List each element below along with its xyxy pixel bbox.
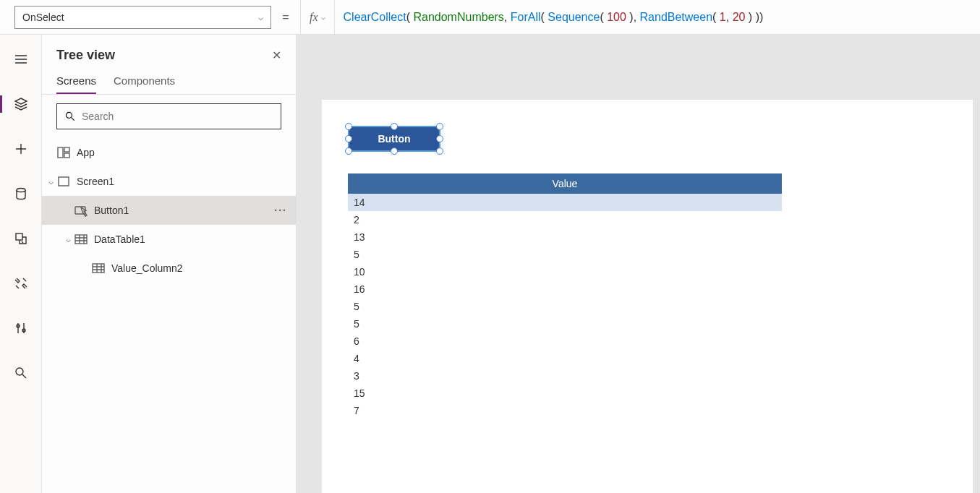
tree-title: Tree view: [56, 48, 115, 63]
rail-data[interactable]: [0, 182, 41, 205]
canvas-area: Button Value 142135101655643157: [297, 35, 980, 493]
table-row[interactable]: 13: [348, 228, 782, 246]
button-label: Button: [378, 133, 410, 145]
close-icon[interactable]: ✕: [272, 48, 281, 62]
hamburger-icon: [14, 52, 28, 67]
app-icon: [56, 145, 71, 160]
fx-button[interactable]: fx ⌵: [300, 0, 335, 34]
rail-media[interactable]: [0, 227, 41, 250]
more-icon[interactable]: ···: [274, 205, 287, 216]
search-icon: [64, 111, 76, 122]
rail-advanced[interactable]: [0, 272, 41, 295]
equals-label: =: [271, 11, 300, 24]
tree-item-label: Button1: [94, 205, 129, 216]
svg-rect-11: [75, 235, 87, 244]
rail-insert[interactable]: [0, 137, 41, 160]
table-header[interactable]: Value: [348, 173, 782, 194]
rail-search[interactable]: [0, 361, 41, 385]
plus-icon: [14, 142, 28, 156]
left-rail: [0, 35, 42, 493]
chevron-down-icon[interactable]: ⌵: [45, 176, 56, 187]
table-row[interactable]: 16: [348, 280, 782, 298]
rail-tree-view[interactable]: [0, 93, 41, 116]
resize-handle[interactable]: [345, 123, 352, 130]
chevron-down-icon: ⌵: [321, 13, 325, 21]
resize-handle[interactable]: [391, 147, 398, 155]
tree-item-valuecolumn[interactable]: Value_Column2: [42, 254, 296, 283]
screen-icon: [56, 174, 71, 189]
chevron-down-icon[interactable]: ⌵: [62, 234, 74, 244]
resize-handle[interactable]: [391, 123, 398, 130]
canvas-datatable[interactable]: Value 142135101655643157: [348, 173, 782, 419]
resize-handle[interactable]: [436, 123, 443, 130]
svg-rect-6: [58, 147, 63, 158]
layers-icon: [14, 97, 28, 111]
tree-item-label: App: [77, 147, 95, 158]
search-input[interactable]: [56, 103, 281, 129]
property-dropdown[interactable]: OnSelect ⌵: [14, 6, 271, 29]
svg-point-4: [16, 368, 23, 375]
table-row[interactable]: 15: [348, 385, 782, 402]
svg-rect-10: [75, 207, 85, 214]
table-icon: [74, 232, 88, 246]
screen-canvas[interactable]: Button Value 142135101655643157: [322, 100, 973, 493]
table-row[interactable]: 7: [348, 402, 782, 419]
resize-handle[interactable]: [345, 135, 352, 142]
column-icon: [91, 261, 106, 275]
svg-rect-7: [64, 147, 69, 152]
svg-rect-12: [93, 264, 104, 273]
tree-item-screen1[interactable]: ⌵ Screen1: [42, 167, 296, 196]
tab-screens[interactable]: Screens: [56, 69, 96, 94]
media-icon: [14, 231, 28, 246]
tree-item-datatable1[interactable]: ⌵ DataTable1: [42, 225, 296, 254]
chevron-down-icon: ⌵: [258, 12, 263, 22]
search-field[interactable]: [82, 111, 273, 122]
table-row[interactable]: 6: [348, 333, 782, 350]
search-icon: [14, 366, 28, 380]
table-row[interactable]: 14: [348, 194, 782, 211]
tree-item-app[interactable]: App: [42, 138, 296, 167]
table-row[interactable]: 5: [348, 246, 782, 263]
fx-icon: fx: [310, 11, 318, 24]
rail-settings[interactable]: [0, 317, 41, 340]
property-label: OnSelect: [22, 12, 64, 23]
table-row[interactable]: 10: [348, 263, 782, 280]
tree-item-label: DataTable1: [94, 233, 145, 245]
resize-handle[interactable]: [436, 147, 443, 155]
formula-bar: OnSelect ⌵ = fx ⌵ ClearCollect( RandomNu…: [0, 0, 980, 35]
tree-item-button1[interactable]: Button1 ···: [42, 196, 296, 225]
rail-hamburger[interactable]: [0, 48, 41, 71]
sliders-icon: [14, 321, 28, 335]
tree-item-label: Screen1: [77, 176, 114, 187]
canvas-button[interactable]: Button: [348, 126, 440, 152]
resize-handle[interactable]: [345, 147, 352, 155]
svg-rect-8: [64, 153, 69, 158]
database-icon: [14, 187, 28, 201]
tree-item-label: Value_Column2: [111, 262, 183, 274]
button-icon: [74, 203, 88, 218]
tab-components[interactable]: Components: [114, 69, 175, 94]
formula-input[interactable]: ClearCollect( RandomNumbers, ForAll( Seq…: [335, 0, 980, 34]
table-row[interactable]: 4: [348, 350, 782, 367]
table-row[interactable]: 3: [348, 367, 782, 385]
table-row[interactable]: 5: [348, 298, 782, 315]
resize-handle[interactable]: [436, 135, 443, 142]
tree-view-panel: Tree view ✕ Screens Components App ⌵: [42, 35, 297, 493]
svg-rect-9: [59, 177, 69, 186]
table-row[interactable]: 2: [348, 211, 782, 228]
table-row[interactable]: 5: [348, 315, 782, 333]
tools-icon: [14, 276, 28, 291]
svg-rect-1: [16, 233, 22, 240]
svg-point-5: [66, 112, 72, 118]
svg-point-0: [17, 189, 25, 192]
